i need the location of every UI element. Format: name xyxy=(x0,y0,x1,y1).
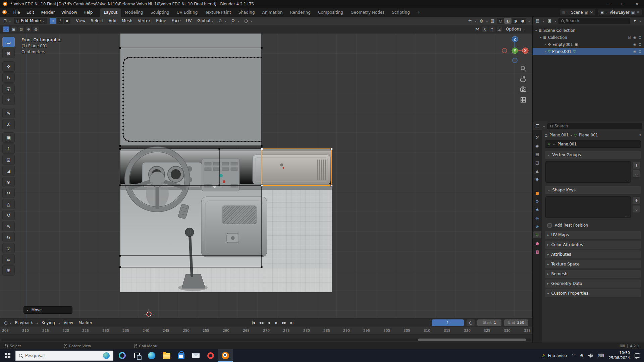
tab-view-layer[interactable]: ◫ xyxy=(533,159,541,166)
select-mode-invert-button[interactable]: ⊕ xyxy=(25,26,32,32)
disable-render-icon[interactable]: ⊡ xyxy=(639,50,641,53)
menu-add[interactable]: Add xyxy=(106,18,119,24)
tool-add-cube[interactable]: ▣ xyxy=(2,132,15,143)
tool-poly-build[interactable]: △ xyxy=(2,199,15,209)
hidden-icons-chevron[interactable]: ^ xyxy=(572,353,575,358)
panel-uv-maps[interactable]: ▸ UV Maps xyxy=(545,231,641,239)
menu-keying[interactable]: Keying xyxy=(39,320,57,326)
tab-sculpting[interactable]: Sculpting xyxy=(147,8,173,17)
outliner-search-input[interactable] xyxy=(566,18,627,23)
tool-rip-region[interactable]: ⊞ xyxy=(2,265,15,276)
taskbar-app-blender[interactable] xyxy=(218,349,233,362)
keying-caret-icon[interactable]: ⌄ xyxy=(58,321,61,324)
disable-render-icon[interactable]: ⊡ xyxy=(639,36,641,39)
menu-marker[interactable]: Marker xyxy=(76,320,95,326)
timeline-ruler[interactable]: 205 210 215 220 225 230 235 240 245 250 … xyxy=(0,327,532,335)
end-frame-field[interactable]: End 250 xyxy=(504,319,528,326)
edge-select-button[interactable]: / xyxy=(57,18,63,24)
outliner-row-plane-001[interactable]: ▸ ▽ Plane.001 ▽ ◉ ⊡ xyxy=(533,48,644,55)
tab-constraints[interactable]: ⊗ xyxy=(533,223,541,230)
play-reverse-button[interactable]: ◀ xyxy=(265,319,272,326)
weather-alert[interactable]: ⚠ Frio aviso xyxy=(542,353,567,358)
zoom-icon[interactable] xyxy=(521,66,526,72)
properties-search[interactable] xyxy=(547,123,642,129)
tab-shading[interactable]: Shading xyxy=(235,8,259,17)
start-frame-field[interactable]: Start 1 xyxy=(477,319,501,326)
tab-layout[interactable]: Layout xyxy=(100,8,121,17)
tool-inset-faces[interactable]: ⊡ xyxy=(2,155,15,165)
shading-caret-icon[interactable]: ⌄ xyxy=(528,19,530,22)
operator-expand-icon[interactable]: ▸ xyxy=(27,308,29,312)
outliner-row-empty-001[interactable]: ▸ ✛ Empty.001 ▣ ◉ ⊡ xyxy=(533,41,644,48)
operator-panel[interactable]: ▸ Move xyxy=(23,306,72,314)
timeline-scrollbar[interactable] xyxy=(1,339,531,341)
add-vertex-group-button[interactable]: + xyxy=(633,161,640,169)
hide-eye-icon[interactable]: ◉ xyxy=(633,50,636,53)
add-shape-key-button[interactable]: + xyxy=(633,196,640,204)
show-overlays-icon[interactable]: ◍ xyxy=(478,18,484,24)
taskbar-app-edge[interactable] xyxy=(144,349,159,362)
menu-help[interactable]: Help xyxy=(80,9,96,16)
properties-search-input[interactable] xyxy=(555,124,639,128)
outliner-display-mode-icon[interactable]: ▣ xyxy=(547,18,553,24)
select-mode-intersect-button[interactable]: ◍ xyxy=(33,26,39,32)
maximize-button[interactable]: ▢ xyxy=(616,0,630,8)
shading-wireframe-icon[interactable]: ○ xyxy=(497,18,504,24)
tab-particles[interactable]: ✱ xyxy=(533,206,541,213)
tab-scripting[interactable]: Scripting xyxy=(388,8,413,17)
panel-custom-properties[interactable]: ▸ Custom Properties xyxy=(545,289,641,297)
viewport-canvas[interactable]: Z X Y xyxy=(0,34,532,318)
datablock-browse-icon[interactable]: ⌄ xyxy=(553,142,555,146)
tab-scene[interactable]: ▲ xyxy=(533,167,541,174)
timeline-editor-icon[interactable]: ◴ xyxy=(3,320,9,326)
breadcrumb-data[interactable]: Plane.001 xyxy=(579,133,598,137)
shading-rendered-icon[interactable]: ● xyxy=(519,18,526,24)
tab-rendering[interactable]: Rendering xyxy=(286,8,314,17)
start-button[interactable] xyxy=(0,349,15,362)
transform-orientation-dropdown[interactable]: Global ⌄ xyxy=(198,18,214,23)
panel-geometry-data[interactable]: ▸ Geometry Data xyxy=(545,280,641,288)
tab-object[interactable]: ■ xyxy=(533,189,541,196)
tab-texture-paint[interactable]: Texture Paint xyxy=(201,8,234,17)
tab-material[interactable]: ● xyxy=(533,240,541,247)
menu-uv[interactable]: UV xyxy=(184,18,194,24)
keyboard-tray-icon[interactable]: ⌨ xyxy=(598,353,604,358)
select-mode-subtract-button[interactable]: ⊡ xyxy=(18,26,24,32)
menu-face[interactable]: Face xyxy=(169,18,183,24)
editor-type-icon[interactable]: ⊞ xyxy=(2,18,8,24)
mirror-x-button[interactable]: X xyxy=(482,26,488,32)
tab-uv-editing[interactable]: UV Editing xyxy=(173,8,202,17)
taskbar-app-copilot[interactable] xyxy=(115,349,129,362)
blender-menu-icon[interactable] xyxy=(2,10,7,15)
tool-select-box[interactable]: ▭ xyxy=(2,37,15,47)
current-frame-field[interactable]: 1 xyxy=(432,319,464,326)
playback-caret-icon[interactable]: ⌄ xyxy=(36,321,39,324)
expand-icon[interactable]: ▾ xyxy=(535,29,537,32)
outliner-display-caret-icon[interactable]: ⌄ xyxy=(554,19,557,22)
navigation-gizmo[interactable]: Z X Y xyxy=(502,36,528,63)
tab-compositing[interactable]: Compositing xyxy=(314,8,347,17)
tool-annotate[interactable]: ✎ xyxy=(2,108,15,118)
taskbar-app-explorer[interactable] xyxy=(159,349,174,362)
scene-selector[interactable]: ☰ ⌄ Scene ▣ ✕ xyxy=(560,9,595,15)
outliner-row-scene-collection[interactable]: ▾ ▦ Scene Collection xyxy=(533,27,644,34)
tab-physics[interactable]: ◎ xyxy=(533,215,541,222)
expand-icon[interactable]: ▸ xyxy=(545,43,546,46)
volume-icon[interactable] xyxy=(588,354,593,358)
tool-edge-slide[interactable]: ⇆ xyxy=(2,232,15,242)
expand-icon[interactable]: ▸ xyxy=(545,50,546,53)
viewlayer-selector[interactable]: ▣ ⌄ ViewLayer ▣ ✕ xyxy=(598,9,642,15)
mode-dropdown[interactable]: ▢ Edit Mode ⌄ xyxy=(14,18,48,24)
tool-cursor[interactable]: ⊕ xyxy=(2,48,15,58)
menu-edge[interactable]: Edge xyxy=(154,18,168,24)
tool-bevel[interactable]: ◢ xyxy=(2,166,15,176)
menu-view-timeline[interactable]: View xyxy=(61,320,75,326)
tab-world[interactable]: ⊕ xyxy=(533,176,541,183)
menu-view[interactable]: View xyxy=(73,18,88,24)
show-gizmos-icon[interactable]: ✛ xyxy=(467,18,473,24)
options-dropdown[interactable]: Options ⌄ xyxy=(504,26,528,32)
timeline-scrollbar-thumb[interactable] xyxy=(418,339,526,341)
menu-window[interactable]: Window xyxy=(58,9,80,16)
menu-file[interactable]: File xyxy=(10,9,23,16)
taskbar-app-opera[interactable] xyxy=(203,349,218,362)
